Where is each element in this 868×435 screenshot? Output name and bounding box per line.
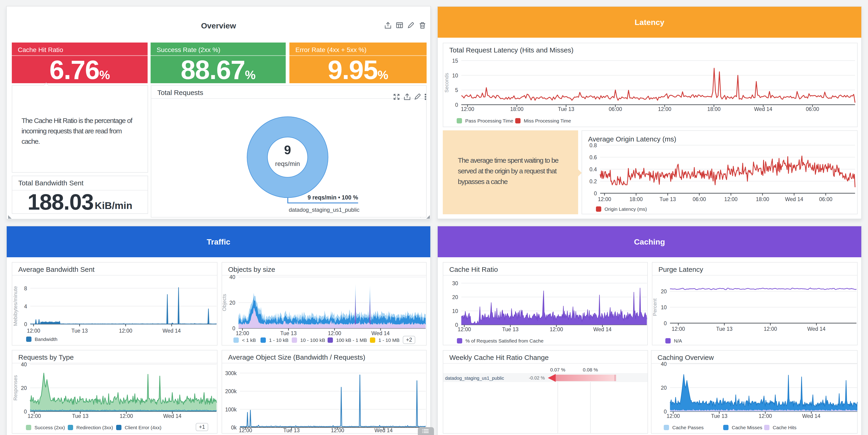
- svg-text:10: 10: [452, 308, 458, 314]
- svg-text:Tue 13: Tue 13: [711, 413, 727, 419]
- svg-text:12:00: 12:00: [28, 413, 41, 419]
- svg-text:40: 40: [21, 362, 27, 368]
- svg-text:Mebibytes/minute: Mebibytes/minute: [12, 286, 18, 326]
- svg-text:Cache Hits: Cache Hits: [773, 425, 797, 430]
- svg-text:12:00: 12:00: [119, 328, 132, 334]
- svg-text:12:00: 12:00: [666, 413, 680, 419]
- svg-text:Wed 14: Wed 14: [593, 326, 612, 332]
- svg-text:0.4: 0.4: [589, 166, 597, 172]
- svg-text:100 kB - 1 MB: 100 kB - 1 MB: [336, 337, 367, 343]
- svg-text:12:00: 12:00: [120, 413, 133, 419]
- svg-text:20: 20: [229, 300, 235, 306]
- svg-text:Tue 13: Tue 13: [283, 427, 300, 433]
- svg-text:12:00: 12:00: [672, 326, 685, 332]
- svg-text:10 - 100 kB: 10 - 100 kB: [300, 337, 325, 343]
- svg-text:Wed 14: Wed 14: [163, 328, 181, 334]
- svg-text:12:00: 12:00: [724, 196, 738, 202]
- svg-text:Seconds: Seconds: [444, 73, 450, 93]
- svg-text:-0.02 %: -0.02 %: [529, 375, 545, 380]
- svg-text:Redirection (3xx): Redirection (3xx): [76, 425, 113, 430]
- svg-text:18:00: 18:00: [629, 196, 643, 202]
- svg-text:0: 0: [664, 409, 667, 415]
- svg-text:Pass Processing Time: Pass Processing Time: [465, 118, 513, 124]
- svg-text:Wed 14: Wed 14: [163, 413, 182, 419]
- svg-text:reqs/min: reqs/min: [275, 160, 300, 167]
- svg-text:0: 0: [24, 321, 27, 327]
- svg-text:15: 15: [452, 58, 458, 64]
- svg-text:18:00: 18:00: [707, 106, 721, 112]
- svg-text:20: 20: [452, 294, 458, 300]
- svg-text:0: 0: [455, 102, 458, 108]
- svg-text:Wed 14: Wed 14: [785, 196, 803, 202]
- svg-text:0.8: 0.8: [589, 142, 597, 148]
- svg-text:06:00: 06:00: [806, 106, 819, 112]
- svg-text:300k: 300k: [225, 370, 237, 376]
- svg-text:200k: 200k: [225, 388, 237, 394]
- svg-text:Bandwidth: Bandwidth: [35, 337, 57, 342]
- svg-text:datadog_staging_us1_public: datadog_staging_us1_public: [289, 207, 360, 213]
- svg-text:Tue 13: Tue 13: [71, 328, 88, 334]
- svg-text:Wed 14: Wed 14: [802, 413, 820, 419]
- svg-text:12:00: 12:00: [236, 330, 249, 336]
- svg-text:Responses: Responses: [12, 375, 18, 401]
- svg-text:12:00: 12:00: [758, 413, 772, 419]
- svg-text:Wed 14: Wed 14: [372, 330, 390, 336]
- svg-text:Tue 13: Tue 13: [502, 326, 519, 332]
- svg-text:8: 8: [24, 286, 27, 292]
- svg-text:12:00: 12:00: [550, 326, 563, 332]
- svg-text:Objects: Objects: [222, 294, 227, 311]
- svg-text:0.6: 0.6: [589, 155, 597, 160]
- svg-text:N/A: N/A: [674, 338, 682, 343]
- svg-text:Wed 14: Wed 14: [807, 326, 826, 332]
- svg-text:10: 10: [452, 73, 458, 78]
- svg-text:06:00: 06:00: [609, 106, 622, 112]
- svg-text:1 - 10 MB: 1 - 10 MB: [378, 337, 400, 343]
- svg-text:0: 0: [594, 191, 597, 197]
- svg-text:20: 20: [21, 385, 27, 391]
- svg-text:12:00: 12:00: [27, 328, 40, 334]
- svg-text:100k: 100k: [225, 407, 237, 412]
- svg-text:0.07 %: 0.07 %: [550, 367, 565, 372]
- svg-text:Wed 14: Wed 14: [375, 427, 393, 433]
- svg-text:0: 0: [24, 409, 27, 415]
- svg-text:12:00: 12:00: [331, 427, 344, 433]
- svg-text:Cache Passes: Cache Passes: [672, 425, 704, 430]
- svg-text:20: 20: [661, 289, 667, 295]
- svg-text:40: 40: [661, 361, 667, 367]
- svg-text:Tue 13: Tue 13: [280, 330, 297, 336]
- svg-text:4: 4: [24, 303, 27, 309]
- svg-text:< 1 kB: < 1 kB: [242, 337, 256, 343]
- svg-text:Cache Misses: Cache Misses: [732, 425, 762, 430]
- svg-text:20: 20: [661, 385, 667, 391]
- svg-text:% of Requests Satisfied from C: % of Requests Satisfied from Cache: [465, 338, 544, 343]
- svg-text:0.08 %: 0.08 %: [583, 367, 598, 372]
- svg-text:0: 0: [664, 320, 667, 326]
- svg-text:18:00: 18:00: [510, 106, 524, 112]
- svg-text:Tue 13: Tue 13: [716, 326, 733, 332]
- svg-text:Success (2xx): Success (2xx): [34, 425, 65, 430]
- svg-text:1 - 10 kB: 1 - 10 kB: [269, 337, 288, 343]
- svg-text:5: 5: [455, 87, 458, 93]
- svg-text:12:00: 12:00: [458, 326, 471, 332]
- svg-text:9: 9: [284, 143, 291, 157]
- svg-text:Tue 13: Tue 13: [558, 106, 575, 112]
- svg-text:06:00: 06:00: [819, 196, 832, 202]
- svg-text:Wed 14: Wed 14: [754, 106, 772, 112]
- svg-text:Miss Processing Time: Miss Processing Time: [524, 118, 571, 124]
- svg-text:0: 0: [232, 326, 235, 331]
- svg-text:40: 40: [229, 274, 235, 280]
- svg-text:0k: 0k: [231, 425, 237, 431]
- svg-text:9 reqs/min • 100 %: 9 reqs/min • 100 %: [307, 194, 358, 201]
- svg-text:Client Error (4xx): Client Error (4xx): [125, 425, 161, 430]
- svg-text:18:00: 18:00: [756, 196, 769, 202]
- svg-text:datadog_staging_us1_public: datadog_staging_us1_public: [445, 376, 504, 381]
- svg-text:Tue 13: Tue 13: [659, 196, 676, 202]
- svg-text:06:00: 06:00: [693, 196, 706, 202]
- svg-text:12:00: 12:00: [239, 427, 252, 433]
- svg-text:30: 30: [452, 280, 458, 287]
- svg-text:12:00: 12:00: [658, 106, 671, 112]
- svg-text:12:00: 12:00: [328, 330, 341, 336]
- svg-text:Percent: Percent: [652, 298, 658, 316]
- svg-text:12:00: 12:00: [461, 106, 474, 112]
- svg-text:0.2: 0.2: [589, 178, 597, 185]
